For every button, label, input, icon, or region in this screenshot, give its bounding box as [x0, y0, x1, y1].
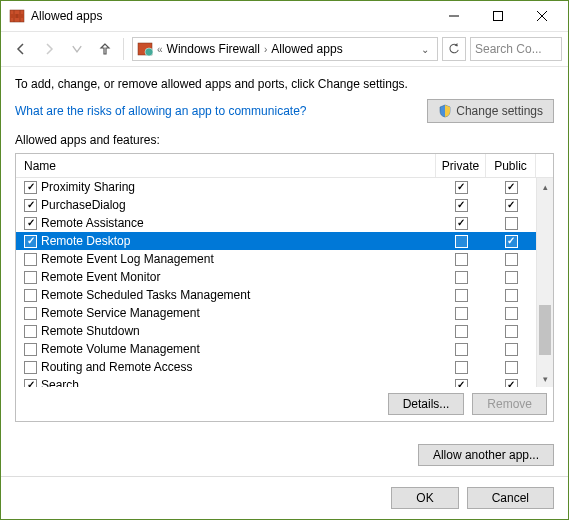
- allowed-checkbox[interactable]: [24, 271, 37, 284]
- separator: [123, 38, 124, 60]
- private-checkbox[interactable]: [455, 181, 468, 194]
- private-checkbox[interactable]: [455, 253, 468, 266]
- recent-dropdown[interactable]: [63, 35, 91, 63]
- search-input[interactable]: Search Co...: [470, 37, 562, 61]
- column-header-private[interactable]: Private: [436, 154, 486, 177]
- private-checkbox[interactable]: [455, 343, 468, 356]
- private-checkbox[interactable]: [455, 379, 468, 388]
- public-checkbox[interactable]: [505, 253, 518, 266]
- instruction-text: To add, change, or remove allowed apps a…: [15, 77, 554, 91]
- minimize-button[interactable]: [432, 2, 476, 31]
- private-checkbox[interactable]: [455, 307, 468, 320]
- breadcrumb[interactable]: Windows Firewall: [167, 42, 260, 56]
- firewall-icon: [9, 8, 25, 24]
- private-checkbox[interactable]: [455, 235, 468, 248]
- apps-list: Name Private Public Proximity SharingPur…: [15, 153, 554, 422]
- public-checkbox[interactable]: [505, 343, 518, 356]
- allowed-checkbox[interactable]: [24, 217, 37, 230]
- table-row[interactable]: Routing and Remote Access: [16, 358, 536, 376]
- allowed-checkbox[interactable]: [24, 325, 37, 338]
- group-label: Allowed apps and features:: [15, 133, 554, 147]
- table-row[interactable]: Remote Event Monitor: [16, 268, 536, 286]
- window-title: Allowed apps: [31, 9, 432, 23]
- app-name: PurchaseDialog: [41, 198, 126, 212]
- app-name: Remote Shutdown: [41, 324, 140, 338]
- public-checkbox[interactable]: [505, 307, 518, 320]
- public-checkbox[interactable]: [505, 379, 518, 388]
- allowed-checkbox[interactable]: [24, 307, 37, 320]
- public-checkbox[interactable]: [505, 325, 518, 338]
- column-header-name[interactable]: Name: [16, 154, 436, 177]
- allowed-checkbox[interactable]: [24, 361, 37, 374]
- svg-rect-8: [494, 12, 503, 21]
- public-checkbox[interactable]: [505, 217, 518, 230]
- table-row[interactable]: Remote Service Management: [16, 304, 536, 322]
- allowed-checkbox[interactable]: [24, 343, 37, 356]
- risks-link[interactable]: What are the risks of allowing an app to…: [15, 104, 427, 118]
- private-checkbox[interactable]: [455, 217, 468, 230]
- change-settings-label: Change settings: [456, 104, 543, 118]
- shield-icon: [438, 104, 452, 118]
- app-name: Remote Event Monitor: [41, 270, 160, 284]
- table-row[interactable]: Remote Desktop: [16, 232, 536, 250]
- public-checkbox[interactable]: [505, 289, 518, 302]
- app-name: Search: [41, 378, 79, 387]
- table-row[interactable]: PurchaseDialog: [16, 196, 536, 214]
- public-checkbox[interactable]: [505, 271, 518, 284]
- public-checkbox[interactable]: [505, 235, 518, 248]
- app-name: Remote Service Management: [41, 306, 200, 320]
- forward-button[interactable]: [35, 35, 63, 63]
- firewall-icon: [137, 41, 153, 57]
- maximize-button[interactable]: [476, 2, 520, 31]
- svg-point-12: [145, 48, 153, 56]
- chevron-right-icon: ›: [264, 44, 267, 55]
- address-bar[interactable]: « Windows Firewall › Allowed apps ⌄: [132, 37, 438, 61]
- back-button[interactable]: [7, 35, 35, 63]
- details-button[interactable]: Details...: [388, 393, 465, 415]
- private-checkbox[interactable]: [455, 199, 468, 212]
- private-checkbox[interactable]: [455, 325, 468, 338]
- app-name: Remote Event Log Management: [41, 252, 214, 266]
- refresh-button[interactable]: [442, 37, 466, 61]
- allowed-checkbox[interactable]: [24, 253, 37, 266]
- table-row[interactable]: Remote Assistance: [16, 214, 536, 232]
- allow-another-app-button[interactable]: Allow another app...: [418, 444, 554, 466]
- breadcrumb[interactable]: Allowed apps: [271, 42, 342, 56]
- table-row[interactable]: Remote Shutdown: [16, 322, 536, 340]
- scroll-down-icon[interactable]: ▾: [537, 370, 553, 387]
- private-checkbox[interactable]: [455, 361, 468, 374]
- allowed-checkbox[interactable]: [24, 199, 37, 212]
- up-button[interactable]: [91, 35, 119, 63]
- allowed-checkbox[interactable]: [24, 289, 37, 302]
- column-header-public[interactable]: Public: [486, 154, 536, 177]
- table-row[interactable]: Remote Scheduled Tasks Management: [16, 286, 536, 304]
- allowed-checkbox[interactable]: [24, 379, 37, 388]
- public-checkbox[interactable]: [505, 199, 518, 212]
- private-checkbox[interactable]: [455, 271, 468, 284]
- scroll-thumb[interactable]: [539, 305, 551, 355]
- remove-button[interactable]: Remove: [472, 393, 547, 415]
- address-dropdown[interactable]: ⌄: [417, 44, 433, 55]
- allowed-checkbox[interactable]: [24, 181, 37, 194]
- ok-button[interactable]: OK: [391, 487, 458, 509]
- app-name: Remote Volume Management: [41, 342, 200, 356]
- app-name: Remote Desktop: [41, 234, 130, 248]
- app-name: Remote Assistance: [41, 216, 144, 230]
- chevron-icon: «: [157, 44, 163, 55]
- app-name: Proximity Sharing: [41, 180, 135, 194]
- scroll-up-icon[interactable]: ▴: [537, 178, 553, 195]
- cancel-button[interactable]: Cancel: [467, 487, 554, 509]
- app-name: Routing and Remote Access: [41, 360, 192, 374]
- app-name: Remote Scheduled Tasks Management: [41, 288, 250, 302]
- scrollbar[interactable]: ▴ ▾: [536, 178, 553, 387]
- allowed-checkbox[interactable]: [24, 235, 37, 248]
- close-button[interactable]: [520, 2, 564, 31]
- table-row[interactable]: Proximity Sharing: [16, 178, 536, 196]
- private-checkbox[interactable]: [455, 289, 468, 302]
- table-row[interactable]: Search: [16, 376, 536, 387]
- table-row[interactable]: Remote Volume Management: [16, 340, 536, 358]
- public-checkbox[interactable]: [505, 181, 518, 194]
- public-checkbox[interactable]: [505, 361, 518, 374]
- table-row[interactable]: Remote Event Log Management: [16, 250, 536, 268]
- change-settings-button[interactable]: Change settings: [427, 99, 554, 123]
